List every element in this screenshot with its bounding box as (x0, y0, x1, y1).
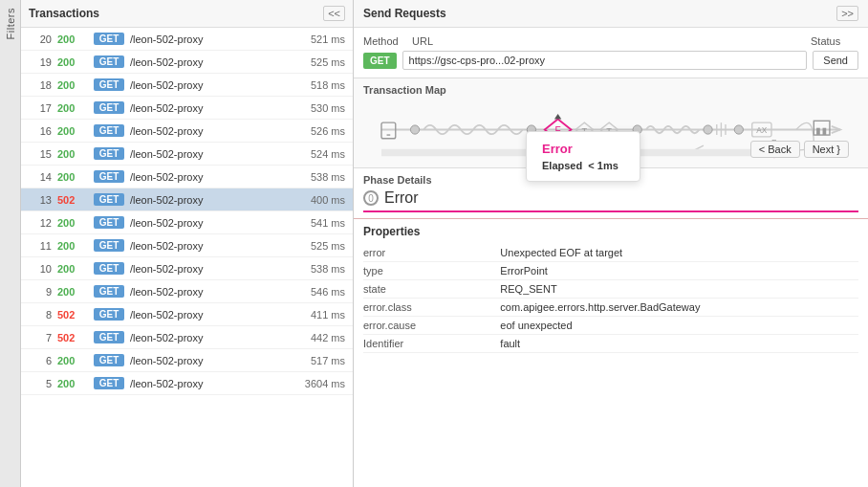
prop-value: com.apigee.errors.http.server.BadGateway (500, 299, 858, 317)
prop-value: Unexpected EOF at target (500, 244, 858, 262)
tx-number: 20 (29, 33, 52, 45)
svg-point-13 (704, 125, 712, 134)
tx-method: GET (94, 55, 124, 68)
tx-method: GET (94, 239, 124, 252)
tx-time: 517 ms (297, 355, 345, 366)
tx-method: GET (94, 33, 124, 45)
transaction-row[interactable]: 18 200 GET /leon-502-proxy 518 ms (21, 74, 353, 97)
property-row: type ErrorPoint (363, 262, 858, 280)
svg-rect-20 (814, 121, 830, 135)
tx-path: /leon-502-proxy (130, 309, 293, 321)
tx-status: 200 (57, 56, 88, 68)
tx-number: 5 (29, 378, 52, 389)
transaction-row[interactable]: 8 502 GET /leon-502-proxy 411 ms (21, 303, 353, 326)
tx-method: GET (94, 377, 124, 389)
tx-time: 524 ms (297, 148, 345, 160)
tx-method: GET (94, 216, 124, 229)
right-panel: Send Requests >> Method URL Status GET S… (354, 0, 868, 487)
status-label: Status (811, 35, 858, 47)
tx-method: GET (94, 262, 124, 275)
tx-path: /leon-502-proxy (130, 79, 293, 91)
tx-time: 521 ms (297, 33, 345, 45)
error-tooltip: Error Elapsed < 1ms (526, 131, 640, 182)
tx-time: 526 ms (297, 125, 345, 137)
phase-name-row: 0 Error (363, 189, 858, 212)
left-panel: Transactions << 20 200 GET /leon-502-pro… (21, 0, 354, 487)
transaction-row[interactable]: 7 502 GET /leon-502-proxy 442 ms (21, 326, 353, 349)
tx-time: 525 ms (297, 56, 345, 68)
tx-number: 8 (29, 309, 52, 321)
tx-time: 541 ms (297, 217, 345, 229)
property-row: Identifier fault (363, 335, 858, 353)
send-request-inputs: GET Send (363, 51, 858, 70)
tooltip-body: Elapsed < 1ms (542, 160, 624, 171)
properties-section: Properties error Unexpected EOF at targe… (354, 219, 868, 487)
transaction-row[interactable]: 16 200 GET /leon-502-proxy 526 ms (21, 120, 353, 143)
property-row: error.class com.apigee.errors.http.serve… (363, 299, 858, 317)
transaction-row[interactable]: 6 200 GET /leon-502-proxy 517 ms (21, 349, 353, 372)
tx-number: 9 (29, 286, 52, 298)
transaction-row[interactable]: 20 200 GET /leon-502-proxy 521 ms (21, 28, 353, 51)
tx-path: /leon-502-proxy (130, 125, 293, 137)
tx-status: 200 (57, 286, 88, 298)
tx-method: GET (94, 285, 124, 298)
tx-number: 16 (29, 125, 52, 137)
properties-table: error Unexpected EOF at target type Erro… (363, 244, 858, 353)
tx-method: GET (94, 147, 124, 160)
back-button[interactable]: < Back (750, 141, 800, 158)
transaction-row[interactable]: 5 200 GET /leon-502-proxy 3604 ms (21, 372, 353, 395)
tx-time: 530 ms (297, 102, 345, 114)
url-input[interactable] (402, 51, 808, 70)
transaction-row[interactable]: 12 200 GET /leon-502-proxy 541 ms (21, 211, 353, 234)
svg-marker-7 (554, 114, 561, 120)
expand-button[interactable]: >> (836, 6, 858, 21)
tx-status: 200 (57, 263, 88, 275)
tx-status: 200 (57, 171, 88, 183)
elapsed-value: < 1ms (588, 160, 618, 171)
transaction-row[interactable]: 11 200 GET /leon-502-proxy 525 ms (21, 234, 353, 257)
next-button[interactable]: Next } (804, 141, 849, 158)
sidebar-label: Filters (5, 8, 16, 39)
prop-value: fault (500, 335, 858, 353)
tx-path: /leon-502-proxy (130, 378, 293, 389)
tx-method: GET (94, 308, 124, 321)
tx-status: 200 (57, 79, 88, 91)
tx-status: 200 (57, 217, 88, 229)
tx-status: 200 (57, 378, 88, 389)
send-requests-section: Method URL Status GET Send (354, 28, 868, 78)
tx-path: /leon-502-proxy (130, 332, 293, 343)
tx-method: GET (94, 124, 124, 137)
tx-time: 525 ms (297, 240, 345, 252)
send-requests-title: Send Requests (363, 7, 446, 20)
property-row: error.cause eof unexpected (363, 317, 858, 335)
tx-method: GET (94, 193, 124, 206)
tx-path: /leon-502-proxy (130, 217, 293, 229)
nav-buttons: < Back Next } (750, 141, 849, 158)
tx-status: 200 (57, 33, 88, 45)
tx-number: 7 (29, 332, 52, 343)
collapse-button[interactable]: << (323, 6, 345, 21)
svg-rect-22 (823, 128, 827, 135)
prop-key: error.class (363, 299, 500, 317)
transaction-row[interactable]: 10 200 GET /leon-502-proxy 538 ms (21, 257, 353, 280)
tx-status: 200 (57, 102, 88, 114)
tx-path: /leon-502-proxy (130, 355, 293, 366)
tx-number: 12 (29, 217, 52, 229)
tx-status: 200 (57, 148, 88, 160)
transaction-row[interactable]: 14 200 GET /leon-502-proxy 538 ms (21, 166, 353, 188)
transaction-row[interactable]: 17 200 GET /leon-502-proxy 530 ms (21, 97, 353, 120)
left-panel-header: Transactions << (21, 0, 353, 28)
transaction-row[interactable]: 15 200 GET /leon-502-proxy 524 ms (21, 143, 353, 166)
prop-key: error (363, 244, 500, 262)
method-get-button[interactable]: GET (363, 53, 397, 69)
transaction-row[interactable]: 19 200 GET /leon-502-proxy 525 ms (21, 51, 353, 74)
tx-method: GET (94, 78, 124, 91)
tx-number: 14 (29, 171, 52, 183)
tx-status: 502 (57, 309, 88, 321)
tx-status: 502 (57, 332, 88, 343)
transaction-row[interactable]: 9 200 GET /leon-502-proxy 546 ms (21, 280, 353, 303)
tx-number: 15 (29, 148, 52, 160)
transaction-row[interactable]: 13 502 GET /leon-502-proxy 400 ms (21, 188, 353, 211)
prop-key: error.cause (363, 317, 500, 335)
send-button[interactable]: Send (813, 51, 858, 70)
